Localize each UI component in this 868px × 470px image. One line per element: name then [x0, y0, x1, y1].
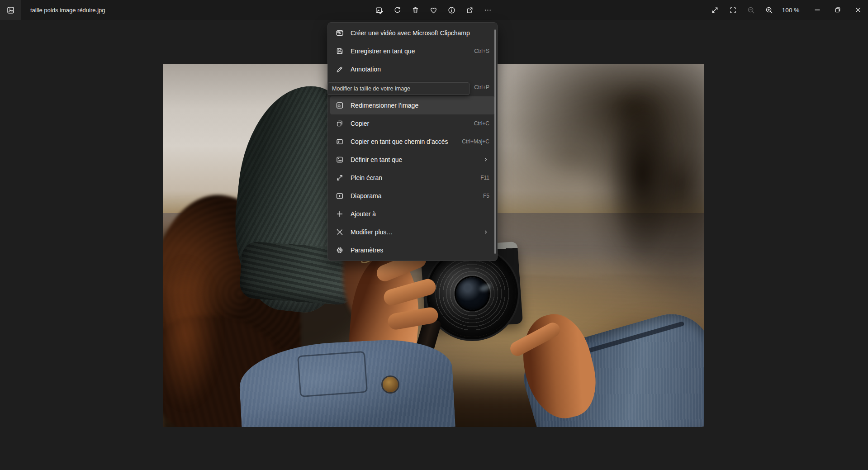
menu-item-shortcut: Ctrl+S [474, 48, 489, 54]
menu-item-shortcut: Ctrl+Maj+C [462, 138, 489, 145]
zoom-level[interactable]: 100 % [778, 7, 803, 14]
save-icon [335, 47, 344, 56]
zoom-in-button[interactable] [760, 0, 778, 20]
slideshow-icon [335, 191, 344, 200]
maximize-restore-button[interactable] [827, 0, 848, 20]
zoom-out-button[interactable] [742, 0, 760, 20]
close-button[interactable] [848, 0, 868, 20]
copy-path-icon [335, 137, 344, 146]
menu-item-label: Annotation [351, 66, 489, 73]
fit-to-window-button[interactable] [724, 0, 742, 20]
photo-art-btnbrass [383, 377, 398, 392]
submenu-chevron-icon [482, 156, 489, 163]
window-title: taille poids image réduire.jpg [30, 7, 105, 14]
menu-item-d-finir-en-tant-que[interactable]: Définir en tant que [330, 151, 495, 169]
resize-tooltip: Modifier la taille de votre image [327, 82, 470, 95]
copy-icon [335, 119, 344, 128]
menu-item-label: Créer une vidéo avec Microsoft Clipchamp [351, 29, 489, 37]
menu-item-ajouter[interactable]: Ajouter à [330, 205, 495, 223]
share-icon [465, 6, 474, 14]
menu-item-shortcut: Ctrl+P [474, 84, 489, 90]
rotate-icon [393, 6, 402, 14]
menu-item-label: Définir en tant que [351, 156, 475, 163]
menu-item-label: Diaporama [351, 192, 476, 199]
actual-size-button[interactable] [706, 0, 724, 20]
add-icon [335, 209, 344, 218]
resize-icon [335, 101, 344, 110]
menu-item-redimensionner-l-image[interactable]: Redimensionner l’image [330, 96, 495, 114]
context-menu: Créer une vidéo avec Microsoft Clipchamp… [327, 22, 498, 261]
toolbar [370, 0, 497, 20]
edit-more-icon [335, 228, 344, 237]
menu-item-label: Plein écran [351, 174, 473, 181]
menu-item-copier-en-tant-que-chemin-d-acc-s[interactable]: Copier en tant que chemin d’accèsCtrl+Ma… [330, 133, 495, 151]
favorite-button[interactable] [424, 0, 442, 20]
edit-image-button[interactable] [370, 0, 388, 20]
delete-button[interactable] [406, 0, 424, 20]
maximize-restore-icon [834, 6, 842, 14]
view-controls: 100 % [706, 0, 868, 20]
menu-item-shortcut: F5 [483, 193, 489, 199]
minimize-button[interactable] [807, 0, 827, 20]
close-icon [854, 6, 862, 14]
delete-icon [411, 6, 420, 14]
menu-item-param-tres[interactable]: Paramètres [330, 241, 495, 259]
clipchamp-icon [335, 28, 344, 38]
zoom-out-icon [747, 6, 755, 14]
menu-item-label: Modifier plus… [351, 228, 475, 236]
set-as-icon [335, 155, 344, 164]
favorite-icon [429, 6, 438, 14]
photo-art-hair-glow [163, 257, 219, 409]
menu-item-label: Copier en tant que chemin d’accès [351, 138, 455, 145]
info-icon [447, 6, 456, 14]
photos-gallery-icon [6, 5, 15, 15]
menu-item-plein-cran[interactable]: Plein écranF11 [330, 169, 495, 187]
settings-icon [335, 246, 344, 255]
submenu-chevron-icon [482, 228, 489, 236]
menu-item-shortcut: F11 [480, 175, 489, 181]
rotate-button[interactable] [388, 0, 406, 20]
menu-item-diaporama[interactable]: DiaporamaF5 [330, 187, 495, 205]
menu-item-label: Copier [351, 120, 467, 127]
minimize-icon [813, 6, 821, 14]
more-options-button[interactable] [479, 0, 497, 20]
menu-item-cr-er-une-vid-o-avec-microsoft-clipchamp[interactable]: Créer une vidéo avec Microsoft Clipchamp [330, 24, 495, 42]
menu-item-modifier-plus[interactable]: Modifier plus… [330, 223, 495, 241]
menu-scrollbar[interactable] [494, 29, 496, 254]
menu-item-label: Enregistrer en tant que [351, 47, 467, 55]
zoom-in-icon [765, 6, 773, 14]
menu-item-copier[interactable]: CopierCtrl+C [330, 114, 495, 133]
menu-item-label: Paramètres [351, 247, 489, 254]
menu-item-shortcut: Ctrl+C [474, 120, 489, 127]
menu-item-enregistrer-en-tant-que[interactable]: Enregistrer en tant queCtrl+S [330, 42, 495, 60]
edit-image-icon [375, 6, 384, 14]
info-button[interactable] [442, 0, 460, 20]
menu-item-label: Redimensionner l’image [351, 102, 489, 109]
fit-to-window-icon [729, 6, 737, 14]
menu-item-label: Ajouter à [351, 210, 489, 218]
photos-app-window: { "colors": { "app_bg": "#1e1e1e", "titl… [0, 0, 868, 470]
actual-size-icon [711, 6, 719, 14]
menu-item-annotation[interactable]: Annotation [330, 60, 495, 78]
pen-icon [335, 65, 344, 74]
photo-art-lens-glass [456, 277, 489, 310]
share-button[interactable] [460, 0, 479, 20]
more-options-icon [484, 6, 492, 14]
fullscreen-icon [335, 173, 344, 182]
gallery-button[interactable] [0, 0, 21, 20]
photo-art-pocketseam [297, 351, 368, 397]
